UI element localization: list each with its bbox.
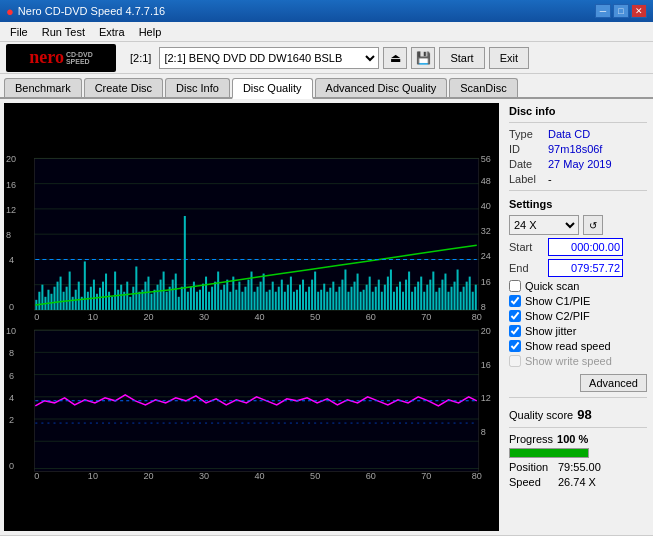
- speed-select[interactable]: 24 X: [509, 215, 579, 235]
- svg-rect-164: [432, 272, 434, 310]
- svg-rect-37: [47, 290, 49, 310]
- svg-rect-128: [323, 284, 325, 310]
- svg-text:0: 0: [9, 302, 14, 312]
- svg-rect-44: [69, 272, 71, 310]
- svg-rect-158: [414, 287, 416, 310]
- drive-label: [2:1]: [126, 52, 155, 64]
- svg-rect-89: [205, 277, 207, 310]
- menu-bar: File Run Test Extra Help: [0, 22, 653, 42]
- quality-score-label: Quality score: [509, 409, 573, 421]
- position-label: Position: [509, 461, 554, 473]
- start-time-field[interactable]: [548, 238, 623, 256]
- svg-rect-100: [238, 282, 240, 310]
- save-icon-button[interactable]: 💾: [411, 47, 435, 69]
- right-panel: Disc info Type Data CD ID 97m18s06f Date…: [503, 99, 653, 535]
- svg-rect-116: [287, 285, 289, 310]
- svg-rect-156: [408, 272, 410, 310]
- menu-file[interactable]: File: [4, 24, 34, 40]
- svg-rect-55: [102, 282, 104, 310]
- svg-rect-148: [384, 285, 386, 310]
- menu-run-test[interactable]: Run Test: [36, 24, 91, 40]
- tab-advanced-disc-quality[interactable]: Advanced Disc Quality: [315, 78, 448, 97]
- disc-type-label: Type: [509, 128, 544, 140]
- show-read-speed-checkbox[interactable]: [509, 340, 521, 352]
- exit-button[interactable]: Exit: [489, 47, 529, 69]
- disc-info-title: Disc info: [509, 105, 647, 117]
- svg-rect-59: [114, 272, 116, 310]
- minimize-button[interactable]: ─: [595, 4, 611, 18]
- svg-rect-112: [275, 292, 277, 310]
- disc-type-row: Type Data CD: [509, 128, 647, 140]
- svg-text:4: 4: [9, 255, 14, 265]
- menu-extra[interactable]: Extra: [93, 24, 131, 40]
- svg-rect-84: [190, 287, 192, 310]
- svg-rect-137: [351, 287, 353, 310]
- svg-rect-178: [475, 285, 477, 310]
- settings-title: Settings: [509, 198, 647, 210]
- svg-rect-98: [232, 277, 234, 310]
- svg-rect-86: [196, 292, 198, 310]
- show-c2-label: Show C2/PIF: [525, 310, 590, 322]
- charts-svg: 20 16 12 8 4 0 56 48 40 32 24 16 8 0 10 …: [4, 103, 499, 531]
- show-write-speed-checkbox[interactable]: [509, 355, 521, 367]
- tab-disc-quality[interactable]: Disc Quality: [232, 78, 313, 99]
- show-c1-row: Show C1/PIE: [509, 295, 647, 307]
- svg-rect-73: [157, 285, 159, 310]
- start-button[interactable]: Start: [439, 47, 484, 69]
- main-content: 20 16 12 8 4 0 56 48 40 32 24 16 8 0 10 …: [0, 99, 653, 535]
- svg-text:20: 20: [481, 326, 491, 336]
- svg-rect-134: [341, 280, 343, 310]
- svg-rect-43: [66, 287, 68, 310]
- quality-score-row: Quality score 98: [509, 407, 647, 422]
- svg-rect-166: [438, 288, 440, 310]
- end-time-field[interactable]: [548, 259, 623, 277]
- svg-rect-87: [199, 290, 201, 310]
- svg-text:80: 80: [472, 312, 482, 322]
- svg-text:0: 0: [34, 312, 39, 322]
- close-button[interactable]: ✕: [631, 4, 647, 18]
- show-c1-checkbox[interactable]: [509, 295, 521, 307]
- svg-rect-143: [369, 277, 371, 310]
- progress-row: Progress 100 %: [509, 433, 647, 445]
- svg-text:16: 16: [481, 360, 491, 370]
- svg-rect-173: [460, 292, 462, 310]
- advanced-button[interactable]: Advanced: [580, 374, 647, 392]
- show-jitter-checkbox[interactable]: [509, 325, 521, 337]
- drive-select[interactable]: [2:1] BENQ DVD DD DW1640 BSLB: [159, 47, 379, 69]
- svg-rect-144: [372, 292, 374, 310]
- svg-rect-71: [150, 294, 152, 310]
- svg-rect-95: [223, 285, 225, 310]
- svg-rect-61: [120, 285, 122, 310]
- start-time-row: Start: [509, 238, 647, 256]
- quick-scan-checkbox[interactable]: [509, 280, 521, 292]
- nero-logo: nero CD·DVDSPEED: [6, 44, 116, 72]
- position-row: Position 79:55.00: [509, 461, 647, 473]
- svg-rect-177: [472, 292, 474, 310]
- svg-rect-49: [84, 261, 86, 309]
- menu-help[interactable]: Help: [133, 24, 168, 40]
- refresh-icon-button[interactable]: ↺: [583, 215, 603, 235]
- svg-rect-129: [326, 292, 328, 310]
- svg-rect-151: [393, 292, 395, 310]
- app-icon: ●: [6, 4, 14, 19]
- divider-4: [509, 427, 647, 428]
- tab-benchmark[interactable]: Benchmark: [4, 78, 82, 97]
- tab-disc-info[interactable]: Disc Info: [165, 78, 230, 97]
- divider-3: [509, 397, 647, 398]
- show-c2-checkbox[interactable]: [509, 310, 521, 322]
- title-bar-controls[interactable]: ─ □ ✕: [595, 4, 647, 18]
- eject-icon-button[interactable]: ⏏: [383, 47, 407, 69]
- tab-create-disc[interactable]: Create Disc: [84, 78, 163, 97]
- svg-text:40: 40: [481, 201, 491, 211]
- svg-rect-172: [457, 270, 459, 310]
- tab-scandisc[interactable]: ScanDisc: [449, 78, 517, 97]
- quality-score-value: 98: [577, 407, 591, 422]
- speed-value: 26.74 X: [558, 476, 596, 488]
- end-time-row: End: [509, 259, 647, 277]
- svg-rect-175: [466, 282, 468, 310]
- svg-rect-81: [181, 287, 183, 310]
- svg-rect-58: [111, 297, 113, 310]
- maximize-button[interactable]: □: [613, 4, 629, 18]
- svg-text:70: 70: [421, 471, 431, 481]
- svg-rect-72: [154, 290, 156, 310]
